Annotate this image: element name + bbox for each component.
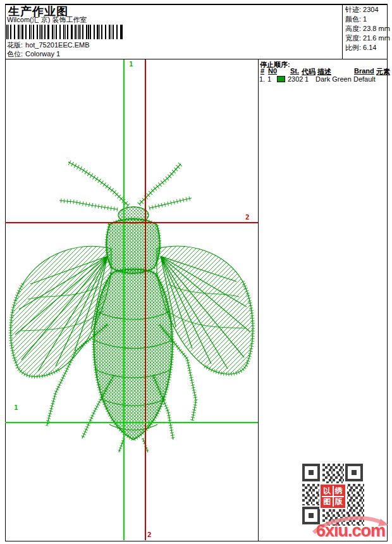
fly-embroidery-graphic [5,59,258,541]
stat-scale: 比例:6.14 [345,43,386,53]
stop-sequence-table: 停止顺序: # N0 St. 代码 描述 Brand 元素 1. 1 2302 … [258,59,387,97]
row-brand: Default [353,75,376,83]
site-watermark: 6xiu.com [311,511,391,541]
studio-name: Wilcom(汇 京) 装饰工作室 [7,15,87,25]
pattern-value: hot_75201EEC.EMB [25,41,90,49]
stat-stitches: 针迹:2304 [345,5,386,15]
stamp-char: 绣 [334,486,345,496]
column-header-n0: N0 [268,67,277,75]
column-header-st: St. [290,67,299,75]
stat-width: 宽度:21.6 mm [345,34,386,43]
stat-height: 高度:23.8 mm [345,24,386,34]
worksheet-page: 生产作业图 Wilcom(汇 京) 装饰工作室 花版:hot_75201EEC.… [0,0,392,544]
start-guide-vertical-line [123,59,125,540]
stamp-char: 版 [334,497,345,507]
pattern-file-line: 花版:hot_75201EEC.EMB [7,40,90,50]
end-guide-horizontal-line [5,222,258,223]
row-index: 1. [259,75,265,83]
row-stitches: 2302 [288,75,303,83]
stamp-char: 图 [322,497,333,507]
column-header-brand: Brand [354,67,374,75]
row-description: Dark Green [315,75,352,83]
row-n0: 1 [267,75,271,83]
stat-colors: 颜色:1 [345,15,386,24]
panel-divider-line [258,59,259,541]
end-marker-right: 2 [245,213,250,221]
row-code: 1 [305,75,309,83]
red-seal-stamp: 以 绣 图 版 [321,485,345,508]
colorway-line: 色位:Colorway 1 [7,49,60,59]
watermark-text: 6xiu.com [316,521,385,541]
barcode [6,25,124,39]
column-header-hash: # [260,67,264,75]
end-guide-vertical-line [145,59,146,540]
stamp-char: 以 [322,486,333,496]
stats-divider-line [342,4,343,59]
pattern-label: 花版: [7,41,23,49]
design-canvas: 1 1 2 2 [5,59,258,541]
colorway-value: Colorway 1 [25,50,60,58]
stats-panel: 针迹:2304 颜色:1 高度:23.8 mm 宽度:21.6 mm 比例:6.… [345,5,386,53]
start-marker-top: 1 [129,60,133,68]
start-guide-horizontal-line [5,422,258,423]
column-header-element: 元素 [376,67,390,77]
colorway-label: 色位: [7,50,23,58]
color-swatch [277,76,285,82]
end-marker-bottom: 2 [147,531,152,539]
start-marker-left: 1 [14,404,18,412]
